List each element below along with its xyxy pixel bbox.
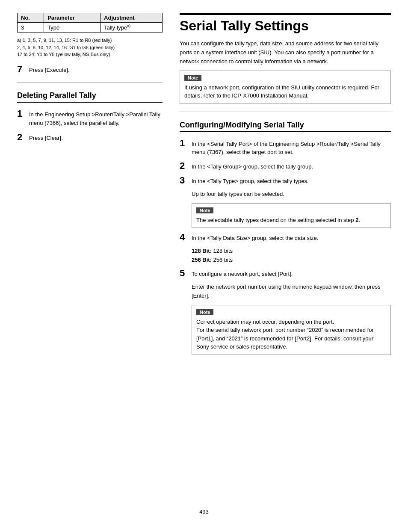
option-128-label: 128 Bit: [192, 248, 212, 254]
intro-text: You can configure the tally type, data s… [180, 39, 391, 66]
footnote-line-1: a) 1, 3, 5, 7, 9, 11, 13, 15: R1 to R8 (… [17, 38, 112, 43]
step-7-number: 7 [17, 64, 25, 74]
option-256-label: 256 Bit: [192, 257, 212, 263]
note-box-1: Note If using a network port, configurat… [180, 71, 391, 104]
col-adjustment: Adjustment [101, 13, 163, 23]
col-parameter: Parameter [44, 13, 101, 23]
step-2-block: 2 Press [Clear]. [17, 132, 163, 142]
note-text-step3-content: The selectable tally types depend on the… [196, 217, 360, 223]
option-256-value: 256 bits [212, 257, 233, 263]
note-text-step3: The selectable tally types depend on the… [196, 216, 386, 225]
option-128-value: 128 bits [212, 248, 233, 254]
right-column: Serial Tally Settings You can configure … [180, 13, 391, 497]
right-step-4-block: 4 In the <Tally Data Size> group, select… [180, 232, 391, 242]
settings-table: No. Parameter Adjustment 3 Type Tally ty… [17, 13, 163, 33]
step-1-number: 1 [17, 109, 25, 119]
right-step-3-block: 3 In the <Tally Type> group, select the … [180, 175, 391, 186]
configuring-section-heading: Configuring/Modifying Serial Tally [180, 121, 391, 132]
step-1-text: In the Engineering Setup >Router/Tally >… [29, 109, 163, 127]
right-step-2-block: 2 In the <Tally Group> group, select the… [180, 161, 391, 171]
cell-no: 3 [18, 23, 44, 33]
left-column: No. Parameter Adjustment 3 Type Tally ty… [17, 13, 163, 497]
right-step-4-text: In the <Tally Data Size> group, select t… [192, 232, 391, 242]
right-step-4-number: 4 [180, 232, 187, 242]
left-divider [17, 82, 163, 83]
right-step-1-text: In the <Serial Tally Port> of the Engine… [192, 138, 391, 157]
right-step-5-block: 5 To configure a network port, select [P… [180, 268, 391, 278]
note-box-step5: Note Correct operation may not occur, de… [192, 305, 391, 355]
option-128-bit: 128 Bit: 128 bits [192, 247, 391, 256]
footnote: a) 1, 3, 5, 7, 9, 11, 13, 15: R1 to R8 (… [17, 37, 163, 58]
right-divider [180, 112, 391, 112]
note-label-1: Note [184, 75, 201, 81]
note-text-step5: Correct operation may not occur, dependi… [196, 318, 386, 351]
cell-adjustment: Tally typea) [101, 23, 163, 33]
note-box-step3: Note The selectable tally types depend o… [192, 203, 391, 228]
step-7-text: Press [Execute]. [29, 64, 70, 74]
option-256-bit: 256 Bit: 256 bits [192, 256, 391, 265]
note-label-step3: Note [196, 207, 213, 213]
table-row: 3 Type Tally typea) [18, 23, 163, 33]
right-step-1-block: 1 In the <Serial Tally Port> of the Engi… [180, 138, 391, 157]
right-step-5-number: 5 [180, 268, 187, 278]
right-step-2-text: In the <Tally Group> group, select the t… [192, 161, 391, 171]
step-7-block: 7 Press [Execute]. [17, 64, 163, 74]
right-step-1-number: 1 [180, 138, 187, 148]
note-text-1: If using a network port, configuration o… [184, 83, 386, 100]
page-number: 493 [17, 505, 391, 515]
right-step-3-text: In the <Tally Type> group, select the ta… [192, 175, 391, 186]
footnote-line-3: 17 to 24: Y1 to Y8 (yellow tally, NS-Bus… [17, 52, 110, 57]
cell-parameter: Type [44, 23, 101, 33]
step-2-number: 2 [17, 132, 25, 142]
footnote-marker: a) [127, 24, 130, 28]
right-step-5-sub: Enter the network port number using the … [192, 283, 391, 301]
right-step-3-number: 3 [180, 175, 187, 186]
page-title: Serial Tally Settings [180, 13, 391, 33]
table-wrapper: No. Parameter Adjustment 3 Type Tally ty… [17, 13, 163, 33]
right-step-3-sub: Up to four tally types can be selected. [192, 190, 391, 199]
right-step-5-text: To configure a network port, select [Por… [192, 268, 391, 278]
step-2-text: Press [Clear]. [29, 132, 63, 142]
right-step-4-options: 128 Bit: 128 bits 256 Bit: 256 bits [192, 247, 391, 265]
col-no: No. [18, 13, 44, 23]
page: No. Parameter Adjustment 3 Type Tally ty… [0, 0, 408, 532]
step-1-block: 1 In the Engineering Setup >Router/Tally… [17, 109, 163, 127]
right-step-2-number: 2 [180, 161, 187, 171]
note-label-step5: Note [196, 309, 213, 315]
footnote-line-2: 2, 4, 6, 8, 10, 12, 14, 16: G1 to G8 (gr… [17, 45, 115, 50]
deleting-parallel-tally-heading: Deleting Parallel Tally [17, 91, 163, 103]
